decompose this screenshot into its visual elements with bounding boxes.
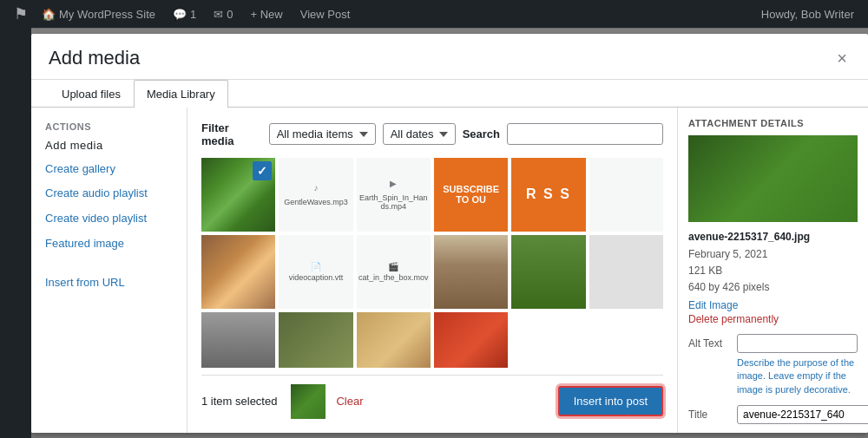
doc-icon-1: 📄 [311, 262, 321, 271]
alt-text-label: Alt Text [688, 334, 732, 350]
comment-icon: 💬 [173, 8, 187, 21]
attachment-date: February 5, 2021 [688, 246, 858, 263]
audio-filename: GentleWaves.mp3 [284, 198, 348, 206]
view-post-label: View Post [300, 8, 351, 21]
tab-upload-files[interactable]: Upload files [49, 80, 134, 108]
catbox-filename: cat_in_the_box.mov [358, 273, 429, 282]
create-audio-playlist-link[interactable]: Create audio playlist [31, 181, 187, 206]
media-item-blank1[interactable] [589, 158, 663, 232]
view-post-link[interactable]: View Post [293, 0, 358, 28]
featured-image-link[interactable]: Featured image [31, 232, 187, 257]
footer-left: 1 item selected Clear [201, 384, 364, 419]
wp-main: Add media × Upload files Media Library [31, 28, 868, 438]
modal-body: Actions Add media Create gallery Create … [31, 108, 868, 433]
modal-media-content: Filter media All media items All dates S… [187, 108, 677, 433]
insert-into-post-button[interactable]: Insert into post [558, 386, 663, 416]
site-icon: 🏠 [42, 8, 56, 21]
delete-permanently-link[interactable]: Delete permanently [688, 313, 858, 325]
new-label: + New [250, 8, 282, 21]
alt-text-row: Alt Text Describe the purpose of the ima… [688, 334, 858, 396]
media-item-catbox[interactable]: 🎬 cat_in_the_box.mov [357, 235, 431, 309]
media-item-audio[interactable]: ♪ GentleWaves.mp3 [279, 158, 352, 232]
create-video-playlist-link[interactable]: Create video playlist [31, 206, 187, 232]
search-input[interactable] [507, 123, 663, 145]
media-item-video1[interactable]: ▶ Earth_Spin_In_Han ds.mp4 [357, 158, 431, 232]
tab-media-library[interactable]: Media Library [134, 80, 228, 108]
site-name-link[interactable]: 🏠 My WordPress Site [35, 0, 162, 28]
filter-bar: Filter media All media items All dates S… [201, 121, 663, 147]
media-type-select[interactable]: All media items [269, 123, 376, 145]
comments-link[interactable]: 💬 1 [166, 0, 203, 28]
media-item-vtt[interactable]: 📄 videocaption.vtt [279, 235, 352, 309]
media-grid-container: ♪ GentleWaves.mp3 ▶ [201, 158, 663, 368]
rss-text: R S S [526, 186, 571, 202]
clear-selection-link[interactable]: Clear [336, 395, 363, 408]
media-item-forest[interactable] [201, 158, 275, 232]
filter-label: Filter media [201, 121, 262, 147]
attachment-thumbnail [688, 135, 858, 222]
title-label: Title [688, 405, 732, 421]
media-item-soldier[interactable] [279, 312, 352, 367]
date-filter-select[interactable]: All dates [383, 123, 456, 145]
title-input[interactable] [737, 405, 868, 424]
media-item-woman[interactable] [201, 312, 275, 367]
audio-icon: ♪ [313, 183, 318, 193]
message-icon: ✉ [214, 8, 223, 21]
media-item-food1[interactable] [357, 312, 431, 367]
howdy-text: Howdy, Bob Writer [754, 8, 861, 21]
subscribe-text: SUBSCRIBE TO OU [437, 184, 504, 205]
top-bar-nav: 🏠 My WordPress Site 💬 1 ✉ 0 + New View P… [35, 0, 357, 28]
selected-count: 1 item selected [201, 395, 277, 408]
actions-title: Actions [31, 121, 187, 139]
messages-count: 0 [227, 8, 233, 21]
search-label: Search [463, 127, 500, 141]
media-item-rss[interactable]: R S S [511, 158, 585, 232]
modal-left-sidebar: Actions Add media Create gallery Create … [31, 108, 187, 433]
insert-from-url-link[interactable]: Insert from URL [31, 271, 187, 296]
media-item-portrait[interactable] [434, 235, 508, 309]
media-item-dog[interactable] [511, 235, 585, 309]
edit-image-link[interactable]: Edit Image [688, 299, 858, 311]
video-icon-2: 🎬 [388, 262, 398, 271]
messages-link[interactable]: ✉ 0 [207, 0, 240, 28]
attachment-filesize: 121 KB [688, 263, 858, 279]
modal-tabs: Upload files Media Library [31, 80, 868, 108]
add-media-label: Add media [31, 139, 187, 157]
media-footer: 1 item selected Clear Insert into post [201, 375, 663, 419]
create-gallery-link[interactable]: Create gallery [31, 157, 187, 182]
vtt-filename: videocaption.vtt [289, 273, 344, 282]
attachment-filename: avenue-2215317_640.jpg [688, 231, 858, 243]
modal-header: Add media × [31, 34, 868, 80]
media-item-blank2[interactable] [589, 235, 663, 309]
title-row: Title [688, 405, 858, 424]
attachment-dimensions: 640 by 426 pixels [688, 279, 858, 296]
attachment-details-panel: ATTACHMENT DETAILS avenue-2215317_640.jp… [677, 108, 868, 433]
add-media-modal: Add media × Upload files Media Library [31, 34, 868, 433]
media-item-subscribe[interactable]: SUBSCRIBE TO OU [434, 158, 508, 232]
comments-count: 1 [190, 8, 196, 21]
site-name: My WordPress Site [59, 8, 155, 21]
selected-thumbnail [291, 384, 326, 419]
modal-title: Add media [49, 47, 140, 69]
wp-layout: Add media × Upload files Media Library [0, 28, 868, 438]
modal-close-button[interactable]: × [833, 46, 851, 70]
modal-overlay: Add media × Upload files Media Library [31, 28, 868, 438]
media-item-coffee[interactable] [201, 235, 275, 309]
sidebar-divider [31, 257, 187, 271]
media-grid: ♪ GentleWaves.mp3 ▶ [201, 158, 663, 368]
admin-bar: ⚑ 🏠 My WordPress Site 💬 1 ✉ 0 + New View… [0, 0, 868, 28]
attachment-panel-title: ATTACHMENT DETAILS [688, 118, 858, 128]
new-item-link[interactable]: + New [243, 0, 289, 28]
video1-filename: Earth_Spin_In_Han ds.mp4 [357, 193, 431, 211]
video-icon-1: ▶ [390, 179, 397, 188]
wp-sidebar [0, 28, 31, 438]
wp-logo[interactable]: ⚑ [7, 0, 35, 28]
media-item-tomatoes[interactable] [434, 312, 508, 367]
alt-text-input[interactable] [737, 334, 858, 353]
alt-text-help: Describe the purpose of the image. Leave… [737, 356, 858, 396]
